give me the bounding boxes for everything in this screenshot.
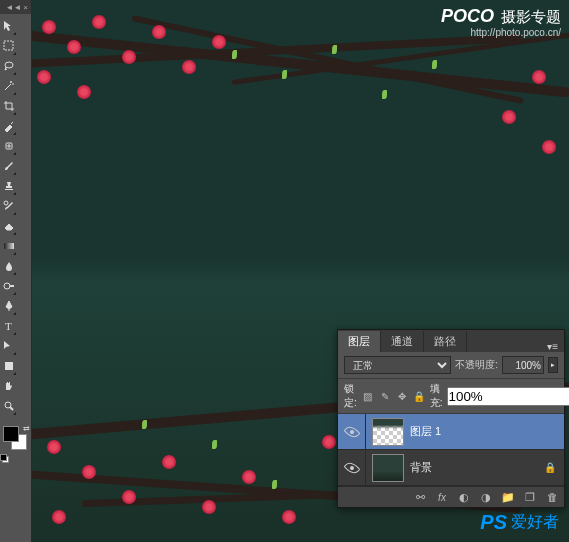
layer-item[interactable]: 背景 🔒 <box>338 450 564 486</box>
eye-icon <box>343 423 360 440</box>
flower <box>212 35 226 49</box>
lock-icon: 🔒 <box>544 462 556 473</box>
bottom-watermark: PS 爱好者 <box>480 511 559 534</box>
opacity-input[interactable] <box>502 356 544 374</box>
layer-name: 图层 1 <box>410 424 441 439</box>
stamp-tool[interactable] <box>2 177 16 195</box>
svg-rect-0 <box>4 41 13 50</box>
flower <box>202 500 216 514</box>
type-tool[interactable]: T <box>2 317 16 335</box>
wand-tool[interactable] <box>2 77 16 95</box>
svg-point-5 <box>4 283 10 289</box>
panel-menu-icon[interactable]: ▾≡ <box>541 341 564 352</box>
svg-point-3 <box>4 201 8 205</box>
close-icon[interactable]: × <box>23 3 28 12</box>
ps-logo: PS <box>480 511 507 534</box>
leaf <box>212 440 217 449</box>
lock-row: 锁定: ▨ ✎ ✥ 🔒 填充: ▸ <box>338 379 564 414</box>
gradient-tool[interactable] <box>2 237 16 255</box>
flower <box>532 70 546 84</box>
group-icon[interactable]: 📁 <box>500 490 516 504</box>
new-layer-icon[interactable]: ❐ <box>522 490 538 504</box>
mask-icon[interactable]: ◐ <box>456 490 472 504</box>
watermark: POCO 摄影专题 http://photo.poco.cn/ <box>441 6 561 38</box>
flower <box>52 510 66 524</box>
layer-thumbnail[interactable] <box>372 418 404 446</box>
flower <box>162 455 176 469</box>
pen-tool[interactable] <box>2 297 16 315</box>
leaf <box>232 50 237 59</box>
leaf <box>272 480 277 489</box>
flower <box>122 50 136 64</box>
lock-pixels-icon[interactable]: ✎ <box>378 389 392 403</box>
path-tool[interactable] <box>2 337 16 355</box>
watermark-text: 摄影专题 <box>501 8 561 25</box>
fx-icon[interactable]: fx <box>434 490 450 504</box>
blur-tool[interactable] <box>2 257 16 275</box>
visibility-toggle[interactable] <box>338 414 366 449</box>
hand-tool[interactable] <box>2 377 16 395</box>
svg-text:T: T <box>5 320 12 332</box>
fill-input[interactable] <box>447 387 569 406</box>
delete-icon[interactable]: 🗑 <box>544 490 560 504</box>
flower <box>77 85 91 99</box>
fill-label: 填充: <box>430 382 443 410</box>
foreground-color[interactable] <box>3 426 19 442</box>
flower <box>502 110 516 124</box>
lock-transparency-icon[interactable]: ▨ <box>361 389 375 403</box>
leaf <box>382 90 387 99</box>
brush-tool[interactable] <box>2 157 16 175</box>
eraser-tool[interactable] <box>2 217 16 235</box>
leaf <box>432 60 437 69</box>
flower <box>122 490 136 504</box>
flower <box>42 20 56 34</box>
panel-tabs: 图层 通道 路径 ▾≡ <box>338 330 564 352</box>
swap-colors-icon[interactable]: ⇄ <box>23 424 30 433</box>
blend-row: 正常 不透明度: ▸ <box>338 352 564 379</box>
watermark-url: http://photo.poco.cn/ <box>441 27 561 38</box>
tools-panel: ◄◄ × T ⇄ <box>0 0 32 542</box>
move-tool[interactable] <box>2 17 16 35</box>
leaf <box>282 70 287 79</box>
flower <box>542 140 556 154</box>
opacity-chevron-icon[interactable]: ▸ <box>548 357 558 373</box>
reset-colors-icon[interactable] <box>0 454 8 462</box>
flower <box>242 470 256 484</box>
leaf <box>142 420 147 429</box>
marquee-tool[interactable] <box>2 37 16 55</box>
lock-icons: ▨ ✎ ✥ 🔒 <box>361 389 426 403</box>
eyedropper-tool[interactable] <box>2 117 16 135</box>
history-brush-tool[interactable] <box>2 197 16 215</box>
tab-paths[interactable]: 路径 <box>424 331 467 352</box>
flower <box>152 25 166 39</box>
healing-tool[interactable] <box>2 137 16 155</box>
link-layers-icon[interactable]: ⚯ <box>412 490 428 504</box>
layer-list: 图层 1 背景 🔒 <box>338 414 564 486</box>
flower <box>82 465 96 479</box>
layer-name: 背景 <box>410 460 432 475</box>
layer-item[interactable]: 图层 1 <box>338 414 564 450</box>
svg-rect-7 <box>5 362 13 370</box>
flower <box>182 60 196 74</box>
flower <box>282 510 296 524</box>
zoom-tool[interactable] <box>2 397 16 415</box>
layers-panel: 图层 通道 路径 ▾≡ 正常 不透明度: ▸ 锁定: ▨ ✎ ✥ 🔒 填充: ▸… <box>337 329 565 508</box>
flower <box>322 435 336 449</box>
tab-layers[interactable]: 图层 <box>338 331 381 352</box>
shape-tool[interactable] <box>2 357 16 375</box>
layer-thumbnail[interactable] <box>372 454 404 482</box>
visibility-toggle[interactable] <box>338 450 366 485</box>
opacity-label: 不透明度: <box>455 358 498 372</box>
lock-all-icon[interactable]: 🔒 <box>412 389 426 403</box>
flower <box>92 15 106 29</box>
tab-channels[interactable]: 通道 <box>381 331 424 352</box>
flower <box>47 440 61 454</box>
collapse-icon[interactable]: ◄◄ <box>5 3 21 12</box>
lasso-tool[interactable] <box>2 57 16 75</box>
dodge-tool[interactable] <box>2 277 16 295</box>
blend-mode-select[interactable]: 正常 <box>344 356 451 374</box>
crop-tool[interactable] <box>2 97 16 115</box>
lock-position-icon[interactable]: ✥ <box>395 389 409 403</box>
panel-footer: ⚯ fx ◐ ◑ 📁 ❐ 🗑 <box>338 486 564 507</box>
adjustment-icon[interactable]: ◑ <box>478 490 494 504</box>
